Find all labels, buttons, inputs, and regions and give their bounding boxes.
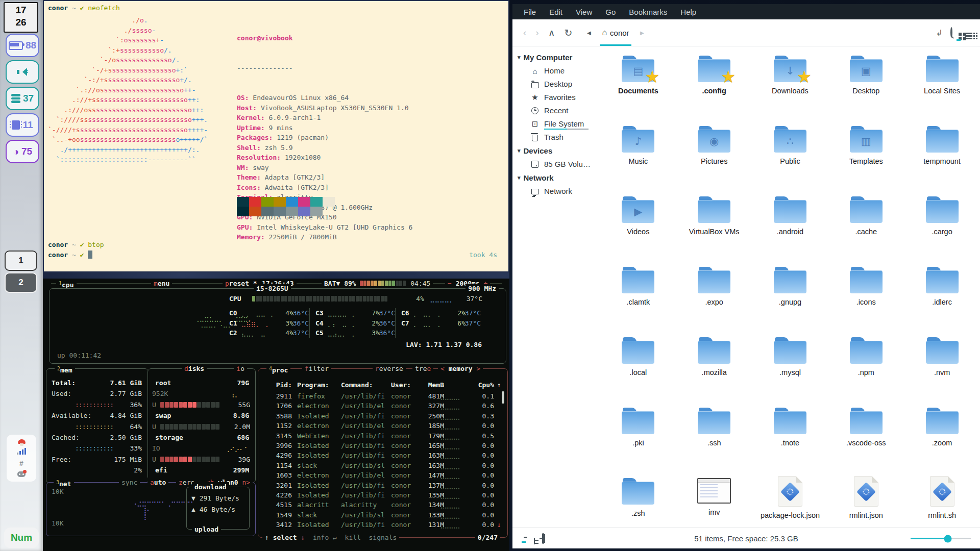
mute-widget[interactable]: ✕ <box>6 60 39 84</box>
btop-menu-button[interactable]: menu <box>151 279 172 289</box>
file-item--cargo[interactable]: .cargo <box>904 190 980 261</box>
menu-item-file[interactable]: File <box>518 8 542 16</box>
file-item--clamtk[interactable]: .clamtk <box>600 261 676 331</box>
file-item-public[interactable]: ∴Public <box>752 120 828 190</box>
zoom-slider[interactable] <box>911 538 971 539</box>
mushroom-icon[interactable] <box>18 439 26 444</box>
file-item-documents[interactable]: ▤★Documents <box>600 49 676 120</box>
file-item-videos[interactable]: ▶Videos <box>600 190 676 261</box>
places-sidebar: ▾My Computer⌂HomeDesktop★FavoritesRecent… <box>512 46 600 528</box>
proc-reverse-button[interactable]: reverse <box>373 364 406 374</box>
up-button[interactable]: ∧ <box>544 27 560 39</box>
btop-window[interactable]: 1cpu menu preset * 17:26:43 BAT▼ 89% 04:… <box>43 272 509 551</box>
tab-label: conor <box>610 29 629 37</box>
forward-button[interactable]: › <box>531 27 543 38</box>
file-item--idlerc[interactable]: .idlerc <box>904 261 980 331</box>
file-item--config[interactable]: ★.config <box>676 49 752 120</box>
file-item--pki[interactable]: .pki <box>600 402 676 472</box>
file-item-package-lock-json[interactable]: package-lock.json <box>752 472 828 528</box>
file-item--local[interactable]: .local <box>600 331 676 402</box>
disk-widget[interactable]: 37 <box>6 87 39 110</box>
reload-button[interactable]: ↻ <box>560 27 577 39</box>
folder-icon <box>530 81 540 88</box>
file-item--zsh[interactable]: .zsh <box>600 472 676 528</box>
sidebar-item-network[interactable]: Network <box>512 185 600 198</box>
sidebar-section-my-computer[interactable]: ▾My Computer <box>512 51 600 64</box>
file-item--expo[interactable]: .expo <box>676 261 752 331</box>
next-tab-icon[interactable]: ► <box>634 29 650 37</box>
neofetch-info: conor@vivobook -------------- OS: Endeav… <box>237 13 412 262</box>
file-item-music[interactable]: ♪Music <box>600 120 676 190</box>
file-item--zoom[interactable]: .zoom <box>904 402 980 472</box>
file-item-imv[interactable]: imv <box>676 472 752 528</box>
palette-swatch <box>249 207 261 216</box>
list-view-button[interactable] <box>962 28 968 38</box>
proc-sort-selector[interactable]: < memory > <box>438 364 483 374</box>
sidebar-section-network[interactable]: ▾Network <box>512 171 600 185</box>
file-item--npm[interactable]: .npm <box>828 331 904 402</box>
sidebar-item-favorites[interactable]: ★Favorites <box>512 91 600 104</box>
zoom-slider-knob[interactable] <box>944 535 952 542</box>
proc-filter-button[interactable]: filter <box>302 364 331 374</box>
back-button[interactable]: ‹ <box>519 27 531 38</box>
menu-item-go[interactable]: Go <box>599 8 622 16</box>
compact-view-button[interactable] <box>968 28 974 38</box>
file-item-rmlint-sh[interactable]: rmlint.sh <box>904 472 980 528</box>
search-button[interactable] <box>947 23 955 42</box>
file-item-templates[interactable]: ▥Templates <box>828 120 904 190</box>
sidebar-section-devices[interactable]: ▾Devices <box>512 144 600 158</box>
sidebar-item-trash[interactable]: Trash <box>512 131 600 144</box>
file-item--nvm[interactable]: .nvm <box>904 331 980 402</box>
slack-icon[interactable]: # <box>19 459 23 467</box>
file-item--gnupg[interactable]: .gnupg <box>752 261 828 331</box>
file-item--icons[interactable]: .icons <box>828 261 904 331</box>
file-item-local-sites[interactable]: Local Sites <box>904 49 980 120</box>
discord-icon[interactable] <box>17 471 26 477</box>
tab-conor[interactable]: ⌂ conor <box>597 19 634 46</box>
file-item--tnote[interactable]: .tnote <box>752 402 828 472</box>
workspace-2-button[interactable]: 2 <box>5 272 37 293</box>
file-item-virtualbox-vms[interactable]: VirtualBox VMs <box>676 190 752 261</box>
menu-item-help[interactable]: Help <box>674 8 702 16</box>
net-sync-button[interactable]: sync <box>119 478 140 488</box>
status-bar: 51 items, Free space: 25.3 GB <box>512 528 980 548</box>
prev-tab-icon[interactable]: ◄ <box>581 29 597 37</box>
file-item--vscode-oss[interactable]: .vscode-oss <box>828 402 904 472</box>
file-item-tempmount[interactable]: tempmount <box>904 120 980 190</box>
sidebar-item-85-gb-volu-[interactable]: 85 GB Volu… <box>512 158 600 171</box>
memory-widget[interactable]: 11 <box>6 113 39 137</box>
file-item-downloads[interactable]: ↓★Downloads <box>752 49 828 120</box>
file-item--android[interactable]: .android <box>752 190 828 261</box>
brightness-widget[interactable]: ◑ 75 <box>6 140 39 163</box>
disks-io-toggle[interactable]: io <box>234 364 247 374</box>
sidebar-item-desktop[interactable]: Desktop <box>512 78 600 91</box>
terminal-window[interactable]: conor ~ ✔ neofetch ./o. ./sssso- `:ossss… <box>43 0 509 272</box>
net-auto-button[interactable]: auto <box>148 478 168 488</box>
menu-item-view[interactable]: View <box>570 8 598 16</box>
file-item--ssh[interactable]: .ssh <box>676 402 752 472</box>
file-label: Local Sites <box>924 87 960 95</box>
file-item-pictures[interactable]: ◉Pictures <box>676 120 752 190</box>
menu-item-bookmarks[interactable]: Bookmarks <box>623 8 673 16</box>
workspace-1-button[interactable]: 1 <box>5 251 37 271</box>
proc-scrollbar[interactable] <box>502 391 504 404</box>
palette-swatch <box>261 207 274 216</box>
file-item-desktop[interactable]: ▣Desktop <box>828 49 904 120</box>
file-item--cache[interactable]: .cache <box>828 190 904 261</box>
proc-tree-button[interactable]: tree <box>412 364 433 374</box>
file-manager-window[interactable]: FileEditViewGoBookmarksHelp ‹ › ∧ ↻ ◄ ⌂ … <box>512 4 980 548</box>
icon-view-button[interactable] <box>955 28 962 38</box>
file-item--mozilla[interactable]: .mozilla <box>676 331 752 402</box>
proc-footer-actions[interactable]: ↑ select ↓ info ↵ kill signals <box>262 533 399 543</box>
file-item--mysql[interactable]: .mysql <box>752 331 828 402</box>
sidebar-item-recent[interactable]: Recent <box>512 104 600 117</box>
battery-widget[interactable]: 88 <box>6 34 39 57</box>
sidebar-item-home[interactable]: ⌂Home <box>512 64 600 78</box>
prompt-line-3[interactable]: conor ~ ✔ <box>48 250 92 260</box>
sidebar-item-file-system[interactable]: ⊡File System <box>512 117 600 131</box>
split-view-button[interactable] <box>542 534 544 543</box>
menu-item-edit[interactable]: Edit <box>543 8 569 16</box>
file-item-rmlint-json[interactable]: rmlint.json <box>828 472 904 528</box>
signal-bars-icon[interactable] <box>17 448 27 455</box>
path-bar-toggle-icon[interactable]: ↲ <box>932 28 947 38</box>
